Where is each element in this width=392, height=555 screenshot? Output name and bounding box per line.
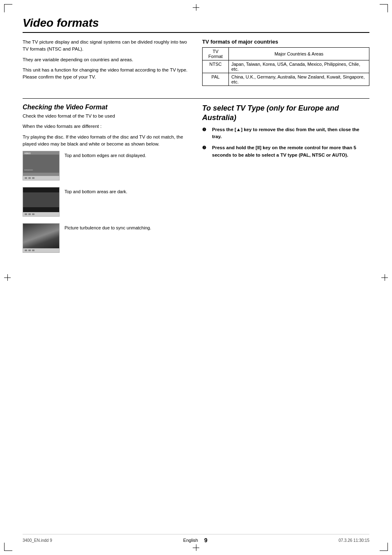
intro-paragraph-1: The TV picture display and disc signal s… [23, 39, 190, 53]
tv-image-wrapper-2: Top and bottom areas are dark. [23, 187, 190, 217]
corner-mark-br [380, 543, 388, 551]
corner-mark-bl [4, 543, 12, 551]
cross-mark-right [381, 274, 388, 281]
checking-text-1: Check the video format of the TV to be u… [23, 113, 190, 120]
footer-page-info: English 9 [183, 537, 208, 543]
step-text-2: Press and hold the [II] key on the remot… [212, 144, 369, 159]
step-num-1: ❶ [202, 126, 209, 141]
tv-formats-table: TV Format Major Countries & Areas NTSC J… [202, 47, 369, 86]
col-header-countries: Major Countries & Areas [228, 48, 369, 60]
tv-controls-2 [23, 212, 59, 216]
instruction-step-1: ❶ Press the [▲] key to remove the disc f… [202, 126, 369, 141]
cross-mark-left [4, 274, 11, 281]
countries-pal: China, U.K., Germany, Australia, New Zea… [228, 73, 369, 86]
tv-image-dark-areas [23, 187, 60, 217]
intro-paragraph-3: This unit has a function for changing th… [23, 67, 190, 81]
table-row: PAL China, U.K., Germany, Australia, New… [203, 73, 369, 86]
ctrl-dot [25, 177, 27, 179]
ctrl-dot [32, 177, 35, 179]
countries-ntsc: Japan, Taiwan, Korea, USA, Canada, Mexic… [228, 60, 369, 73]
ctrl-dot [25, 250, 27, 251]
tv-image-wrapper-1: VIDEO KENWOOD Top and bottom edges are n… [23, 151, 190, 180]
tv-image-turbulence [23, 223, 60, 253]
checking-text-2: When the video formats are different : [23, 123, 190, 130]
tv-image-wrapper-3: Picture turbulence due to sync unmatchin… [23, 223, 190, 253]
page-title: Video formats [23, 16, 369, 30]
video-label: VIDEO [24, 152, 31, 155]
top-divider [23, 32, 369, 33]
format-ntsc: NTSC [203, 60, 229, 73]
select-tv-heading: To select TV Type (only for Europe and A… [202, 104, 369, 123]
corner-mark-tr [380, 4, 388, 12]
footer-page-number: 9 [204, 537, 208, 543]
format-pal: PAL [203, 73, 229, 86]
tv-image-missing-edges: VIDEO KENWOOD [23, 151, 60, 180]
checking-section: Checking the Video Format Check the vide… [23, 104, 190, 259]
col-header-format: TV Format [203, 48, 229, 60]
step-num-2: ❷ [202, 144, 209, 159]
tv-formats-column: TV formats of major countries TV Format … [202, 39, 369, 86]
corner-mark-tl [4, 4, 12, 12]
tv-caption-2: Top and bottom areas are dark. [65, 187, 127, 195]
bottom-section: Checking the Video Format Check the vide… [23, 104, 369, 259]
step-text-1: Press the [▲] key to remove the disc fro… [212, 126, 369, 141]
brand-label: KENWOOD [24, 169, 33, 171]
footer-timestamp: 07.3.26 11:30:15 [339, 538, 369, 543]
ctrl-dot [28, 213, 31, 215]
page: Video formats The TV picture display and… [0, 0, 392, 555]
tv-controls-1 [23, 176, 59, 180]
tv-caption-3: Picture turbulence due to sync unmatchin… [65, 223, 151, 231]
instructions-list: ❶ Press the [▲] key to remove the disc f… [202, 126, 369, 159]
intro-paragraph-2: They are variable depending on countries… [23, 56, 190, 63]
checking-text-3: Try playing the disc. If the video forma… [23, 134, 190, 148]
screen-content-2 [23, 187, 59, 212]
ctrl-dot [32, 250, 35, 251]
instruction-step-2: ❷ Press and hold the [II] key on the rem… [202, 144, 369, 159]
footer-filename: 3400_EN.indd 9 [23, 538, 52, 543]
ctrl-dot [32, 213, 35, 215]
cross-mark-top [193, 4, 199, 11]
ctrl-dot [25, 213, 27, 215]
table-row: NTSC Japan, Taiwan, Korea, USA, Canada, … [203, 60, 369, 73]
checking-heading: Checking the Video Format [23, 104, 190, 111]
mid-divider [23, 98, 369, 99]
tv-formats-heading: TV formats of major countries [202, 39, 369, 45]
screen-content-1: VIDEO KENWOOD [23, 151, 59, 176]
ctrl-dot [28, 250, 31, 251]
footer-language: English [183, 538, 198, 543]
tv-controls-3 [23, 248, 59, 252]
ctrl-dot [28, 177, 31, 179]
tv-caption-1: Top and bottom edges are not displayed. [65, 151, 146, 159]
footer: 3400_EN.indd 9 English 9 07.3.26 11:30:1… [23, 534, 369, 543]
screen-content-3 [23, 224, 59, 248]
intro-column: The TV picture display and disc signal s… [23, 39, 190, 86]
top-section: The TV picture display and disc signal s… [23, 39, 369, 86]
select-tv-section: To select TV Type (only for Europe and A… [202, 104, 369, 259]
cross-mark-bottom [193, 544, 199, 551]
